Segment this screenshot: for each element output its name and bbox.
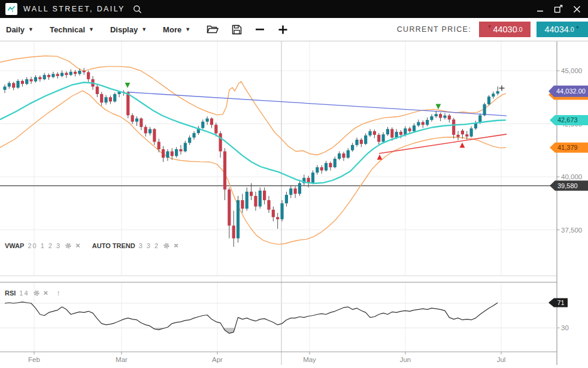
- svg-text:40,000: 40,000: [561, 173, 582, 180]
- vwap-indicator-params: 20 1 2 3: [28, 242, 61, 249]
- vwap-line: [0, 83, 506, 184]
- toolbar: Daily ▼ Technical ▼ Display ▼ More ▼ CUR…: [0, 18, 588, 41]
- chevron-down-icon: ▼: [185, 27, 190, 32]
- price-tags-layer: 44,032.0042,67341,37939,58071: [548, 86, 588, 307]
- axis-layer: FebMarAprMayJunJul45,00042,50040,00037,5…: [28, 67, 582, 363]
- svg-text:Feb: Feb: [28, 356, 40, 363]
- chevron-down-icon: ▼: [141, 27, 147, 32]
- svg-text:30: 30: [561, 324, 569, 331]
- rsi-indicator-label: RSI: [5, 289, 16, 297]
- grid-layer: [0, 41, 557, 365]
- rsi-indicator-params: 14: [19, 289, 29, 297]
- price-chart-canvas[interactable]: 30FebMarAprMayJunJul45,00042,50040,00037…: [0, 41, 588, 368]
- sell-price-badge[interactable]: ▼44030.0: [479, 22, 531, 37]
- popout-button[interactable]: [554, 5, 563, 13]
- indicator-row-rsi: RSI 14 × ↑: [5, 288, 60, 297]
- vwap-indicator-label: VWAP: [5, 242, 24, 249]
- close-button[interactable]: [573, 5, 581, 13]
- band-lower-line: [0, 91, 506, 244]
- open-folder-icon[interactable]: [207, 25, 219, 34]
- sell-signal-icon: [125, 83, 131, 88]
- svg-text:Jun: Jun: [400, 356, 411, 363]
- menu-daily-label: Daily: [6, 25, 25, 34]
- close-indicator-icon[interactable]: ×: [44, 289, 49, 297]
- close-indicator-icon[interactable]: ×: [174, 242, 178, 249]
- zoom-in-icon[interactable]: [278, 25, 288, 35]
- svg-text:42,673: 42,673: [557, 116, 578, 123]
- svg-text:41,379: 41,379: [557, 144, 578, 151]
- autotrend-indicator-label: AUTO TREND: [92, 242, 135, 249]
- arrow-up-icon: ▲: [575, 25, 580, 29]
- buy-signal-icon: [460, 143, 465, 148]
- autotrend-indicator-params: 3 3 2: [139, 242, 159, 249]
- gear-icon[interactable]: [163, 242, 170, 249]
- overlay-layer: [0, 83, 506, 184]
- buy-price-badge[interactable]: 44034.0▲: [537, 22, 588, 37]
- gear-icon[interactable]: [33, 289, 40, 297]
- close-indicator-icon[interactable]: ×: [75, 242, 80, 249]
- menu-more[interactable]: More ▼: [163, 25, 190, 34]
- minimize-button[interactable]: [537, 5, 544, 13]
- chevron-down-icon: ▼: [28, 27, 34, 32]
- zoom-out-icon[interactable]: [255, 25, 265, 34]
- buy-price-decimal: .0: [569, 26, 574, 33]
- current-price-label: CURRENT PRICE:: [397, 25, 471, 34]
- chart-area: 30FebMarAprMayJunJul45,00042,50040,00037…: [0, 41, 588, 368]
- menu-display[interactable]: Display ▼: [110, 25, 147, 34]
- menu-technical-label: Technical: [50, 25, 85, 34]
- svg-text:37,500: 37,500: [561, 227, 582, 234]
- rsi-panel-layer: 30: [0, 302, 569, 333]
- svg-text:71: 71: [557, 299, 564, 306]
- buy-price-value: 44034: [544, 25, 568, 34]
- sell-price-decimal: .0: [517, 26, 523, 33]
- auto-trend-line-0: [128, 92, 507, 116]
- menu-more-label: More: [163, 25, 181, 34]
- menu-display-label: Display: [110, 25, 138, 34]
- sell-signal-icon: [436, 104, 441, 110]
- search-icon[interactable]: [133, 5, 142, 14]
- svg-text:Jul: Jul: [497, 356, 506, 363]
- title-bar: WALL STREET, DAILY: [0, 0, 588, 18]
- chart-logo-icon: [5, 3, 17, 15]
- arrow-down-icon: ▼: [487, 25, 492, 29]
- svg-text:39,580: 39,580: [557, 182, 578, 189]
- candles-layer: [3, 68, 499, 246]
- move-panel-up-icon[interactable]: ↑: [56, 288, 60, 297]
- svg-text:May: May: [303, 356, 316, 363]
- save-icon[interactable]: [232, 25, 242, 35]
- sell-price-value: 44030: [493, 25, 517, 34]
- window-controls: [537, 5, 581, 13]
- svg-text:44,032.00: 44,032.00: [556, 88, 586, 95]
- svg-text:Apr: Apr: [212, 356, 223, 363]
- svg-text:Mar: Mar: [116, 356, 128, 363]
- svg-text:45,000: 45,000: [561, 67, 582, 74]
- indicator-row-vwap: VWAP 20 1 2 3 × AUTO TREND 3 3 2 ×: [5, 242, 178, 249]
- rsi-line: [5, 302, 498, 333]
- menu-technical[interactable]: Technical ▼: [50, 25, 94, 34]
- gear-icon[interactable]: [65, 242, 72, 249]
- menu-daily[interactable]: Daily ▼: [6, 25, 34, 34]
- window-title: WALL STREET, DAILY: [23, 5, 125, 13]
- buy-signal-icon: [377, 155, 383, 160]
- chevron-down-icon: ▼: [89, 27, 94, 32]
